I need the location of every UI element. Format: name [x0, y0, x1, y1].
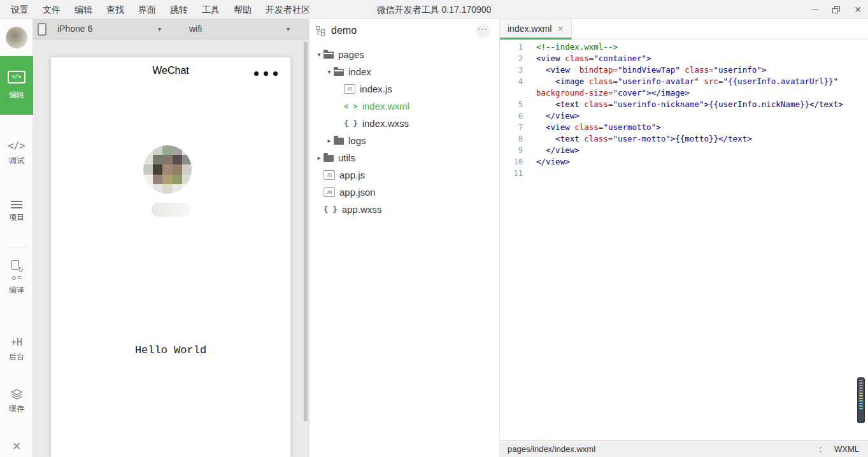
tree-item-app-json[interactable]: JNapp.json — [309, 184, 499, 201]
tree-item-label: index — [348, 66, 371, 77]
phone-screen: WeChat Hello World — [51, 57, 290, 457]
phone-icon[interactable] — [38, 23, 46, 36]
tree-item-index[interactable]: ▾index — [309, 63, 499, 80]
background-icon: +H — [11, 337, 22, 348]
tree-item-index-js[interactable]: JSindex.js — [309, 80, 499, 98]
code-text: background-size="cover"></image> — [523, 87, 690, 99]
tab-close-icon[interactable]: ✕ — [557, 24, 564, 33]
compile-icon: ↻ — [11, 260, 22, 272]
json-file-icon: JN — [324, 187, 335, 197]
code-text: </view> — [523, 145, 580, 156]
js-file-icon: JS — [344, 84, 355, 94]
tab-index-wxml[interactable]: index.wxml ✕ — [500, 19, 572, 40]
window-controls: ─ ✕ — [812, 0, 862, 19]
file-tree: ▾pages▾indexJSindex.js< >index.wxml{ }in… — [309, 46, 499, 218]
tree-structure-icon — [315, 25, 326, 36]
motto-text: Hello World — [51, 344, 290, 356]
menu-item-7[interactable]: 工具 — [195, 0, 227, 19]
code-line: 6 </view> — [500, 110, 868, 122]
wxss-file-icon: { } — [344, 119, 358, 128]
menu-item-8[interactable]: 帮助 — [227, 0, 259, 19]
tree-item-label: app.js — [339, 170, 365, 180]
menu-item-9[interactable]: 开发者社区 — [259, 0, 317, 19]
tree-item-app-js[interactable]: JSapp.js — [309, 166, 499, 184]
line-number: 3 — [500, 64, 523, 76]
project-name: demo — [331, 19, 357, 42]
line-number — [500, 87, 523, 99]
tree-item-logs[interactable]: ▸logs — [309, 132, 499, 149]
tree-item-index-wxss[interactable]: { }index.wxss — [309, 115, 499, 132]
menu-item-1[interactable]: 设置 — [4, 0, 36, 19]
line-number: 8 — [500, 133, 523, 145]
menu-item-3[interactable]: 编辑 — [68, 0, 99, 19]
line-number: 2 — [500, 53, 523, 64]
code-line: 8 <text class="user-motto">{{motto}}</te… — [500, 133, 868, 145]
code-text: <image class="userinfo-avatar" src="{{us… — [523, 76, 838, 87]
sidebar-item-project[interactable]: 项目 — [0, 201, 33, 223]
device-select[interactable]: iPhone 6 — [57, 19, 92, 39]
chevron-down-icon[interactable]: ▾ — [287, 19, 290, 39]
editor-status-bar: pages/index/index.wxml : WXML — [500, 440, 868, 457]
tree-item-pages[interactable]: ▾pages — [309, 46, 499, 63]
tree-item-index-wxml[interactable]: < >index.wxml — [309, 98, 499, 115]
layers-icon — [11, 389, 23, 400]
code-text: <view class="usermotto"> — [523, 122, 661, 133]
menu-item-5[interactable]: 界面 — [131, 0, 163, 19]
code-line: 11 — [500, 168, 868, 179]
sidebar-item-debug[interactable]: </> 调试 — [0, 140, 33, 166]
code-icon: </> — [8, 140, 25, 152]
tree-item-label: index.js — [360, 83, 392, 94]
tree-item-utils[interactable]: ▸utils — [309, 149, 499, 166]
chevron-down-icon[interactable]: ▾ — [315, 51, 324, 58]
sidebar-item-label: 调试 — [9, 156, 24, 166]
simulator-scrollbar[interactable] — [304, 40, 308, 457]
tree-item-label: utils — [338, 152, 355, 163]
code-line: 7 <view class="usermotto"> — [500, 122, 868, 133]
user-avatar[interactable] — [6, 27, 27, 48]
sidebar-item-compile[interactable]: ↻ = 编译 — [0, 260, 33, 296]
language-mode[interactable]: WXML — [834, 444, 859, 454]
sidebar-close-icon[interactable]: ✕ — [0, 440, 33, 453]
code-text: </view> — [523, 110, 580, 122]
code-text — [523, 168, 536, 179]
menu-item-2[interactable]: 文件 — [36, 0, 68, 19]
sidebar-item-label: 缓存 — [9, 403, 24, 414]
title-bar: 设置文件编辑查找界面跳转工具帮助开发者社区 微信开发者工具 0.17.17090… — [0, 0, 868, 19]
user-nickname-blurred — [152, 203, 191, 217]
chevron-down-icon[interactable]: ▾ — [325, 68, 334, 75]
sidebar-item-background[interactable]: +H 后台 — [0, 337, 33, 363]
folder-icon — [334, 138, 344, 145]
chevron-down-icon[interactable]: ▾ — [158, 19, 161, 39]
menu-item-6[interactable]: 跳转 — [163, 0, 195, 19]
code-line: 3 <view bindtap="bindViewTap" class="use… — [500, 64, 868, 76]
code-line: 10</view> — [500, 156, 868, 168]
sidebar-item-label: 项目 — [9, 212, 24, 223]
wxml-file-icon: < > — [344, 102, 358, 111]
chevron-right-icon[interactable]: ▸ — [325, 137, 334, 144]
code-line: 1<!--index.wxml--> — [500, 41, 868, 53]
wxss-file-icon: { } — [324, 205, 338, 214]
minimap-color-widget — [857, 377, 865, 423]
js-file-icon: JS — [324, 170, 335, 180]
simulator-panel: iPhone 6 ▾ wifi ▾ WeChat Hello World — [33, 19, 309, 457]
sidebar-item-edit[interactable]: </> 编辑 — [0, 56, 33, 115]
window-close-icon[interactable]: ✕ — [854, 0, 862, 19]
sidebar-item-cache[interactable]: 缓存 — [0, 389, 33, 414]
tree-item-app-wxss[interactable]: { }app.wxss — [309, 201, 499, 218]
list-icon — [11, 201, 22, 208]
user-avatar-image[interactable] — [143, 145, 192, 194]
scrollbar-thumb[interactable] — [304, 41, 308, 421]
code-editor[interactable]: 1<!--index.wxml-->2<view class="containe… — [500, 40, 868, 440]
gear-settings-icon: = — [12, 274, 22, 281]
tree-item-label: pages — [338, 49, 364, 60]
chevron-right-icon[interactable]: ▸ — [315, 154, 324, 161]
menu-item-4[interactable]: 查找 — [99, 0, 131, 19]
network-select[interactable]: wifi — [189, 19, 202, 39]
more-menu-icon[interactable] — [254, 71, 278, 76]
code-line: 9 </view> — [500, 145, 868, 156]
restore-icon[interactable] — [832, 6, 840, 13]
tree-item-label: index.wxss — [362, 118, 409, 129]
minimize-icon[interactable]: ─ — [812, 0, 818, 19]
project-more-button[interactable]: ··· — [476, 24, 490, 38]
project-header: demo ··· — [309, 19, 499, 42]
